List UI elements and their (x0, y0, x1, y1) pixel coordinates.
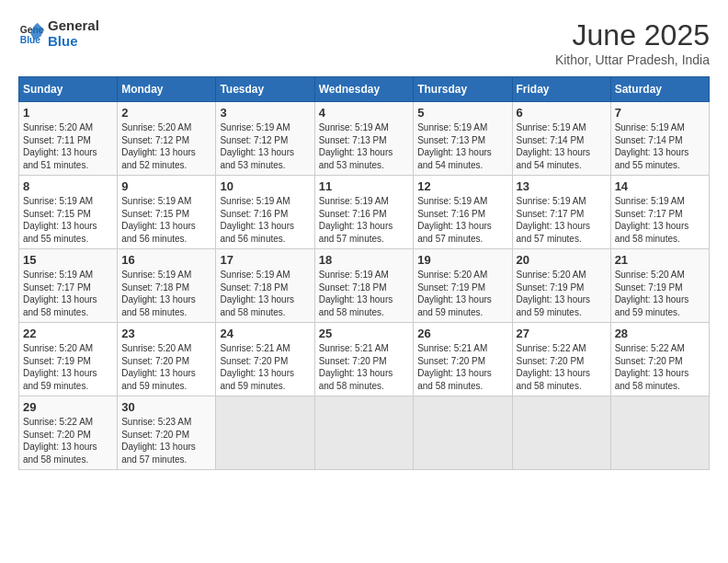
table-row: 28Sunrise: 5:22 AM Sunset: 7:20 PM Dayli… (610, 323, 709, 396)
day-info: Sunrise: 5:19 AM Sunset: 7:16 PM Dayligh… (319, 195, 410, 245)
day-number: 24 (220, 327, 310, 340)
table-row: 3Sunrise: 5:19 AM Sunset: 7:12 PM Daylig… (216, 102, 314, 176)
calendar-table: Sunday Monday Tuesday Wednesday Thursday… (18, 76, 710, 470)
table-row (216, 396, 314, 470)
logo-icon: General Blue (18, 21, 44, 47)
day-number: 15 (23, 253, 113, 267)
day-number: 3 (220, 106, 310, 120)
day-info: Sunrise: 5:19 AM Sunset: 7:13 PM Dayligh… (417, 121, 507, 171)
table-row: 10Sunrise: 5:19 AM Sunset: 7:16 PM Dayli… (216, 176, 314, 249)
calendar-week-row: 15Sunrise: 5:19 AM Sunset: 7:17 PM Dayli… (19, 249, 710, 323)
table-row: 13Sunrise: 5:19 AM Sunset: 7:17 PM Dayli… (512, 176, 610, 249)
day-info: Sunrise: 5:19 AM Sunset: 7:15 PM Dayligh… (23, 195, 113, 245)
logo-text: General Blue (48, 18, 99, 49)
day-number: 7 (615, 106, 705, 120)
day-info: Sunrise: 5:19 AM Sunset: 7:15 PM Dayligh… (121, 195, 211, 245)
day-number: 26 (417, 327, 507, 340)
table-row: 4Sunrise: 5:19 AM Sunset: 7:13 PM Daylig… (314, 102, 414, 176)
col-thursday: Thursday (414, 77, 512, 102)
table-row: 25Sunrise: 5:21 AM Sunset: 7:20 PM Dayli… (314, 323, 414, 396)
day-number: 19 (417, 253, 507, 267)
day-info: Sunrise: 5:19 AM Sunset: 7:14 PM Dayligh… (517, 121, 607, 171)
day-info: Sunrise: 5:20 AM Sunset: 7:12 PM Dayligh… (121, 121, 211, 171)
day-info: Sunrise: 5:22 AM Sunset: 7:20 PM Dayligh… (615, 342, 705, 392)
day-info: Sunrise: 5:19 AM Sunset: 7:12 PM Dayligh… (220, 121, 310, 171)
day-number: 11 (319, 179, 410, 193)
table-row: 7Sunrise: 5:19 AM Sunset: 7:14 PM Daylig… (610, 102, 709, 176)
day-number: 21 (615, 253, 705, 267)
day-info: Sunrise: 5:19 AM Sunset: 7:16 PM Dayligh… (220, 195, 310, 245)
title-area: June 2025 Kithor, Uttar Pradesh, India (555, 18, 710, 67)
table-row: 24Sunrise: 5:21 AM Sunset: 7:20 PM Dayli… (216, 323, 314, 396)
day-info: Sunrise: 5:20 AM Sunset: 7:20 PM Dayligh… (121, 342, 211, 392)
table-row: 8Sunrise: 5:19 AM Sunset: 7:15 PM Daylig… (19, 176, 118, 249)
day-info: Sunrise: 5:19 AM Sunset: 7:16 PM Dayligh… (417, 195, 507, 245)
day-number: 6 (517, 106, 607, 120)
day-info: Sunrise: 5:20 AM Sunset: 7:19 PM Dayligh… (23, 342, 113, 392)
day-info: Sunrise: 5:19 AM Sunset: 7:13 PM Dayligh… (319, 121, 410, 171)
day-info: Sunrise: 5:19 AM Sunset: 7:18 PM Dayligh… (121, 269, 211, 318)
day-number: 14 (615, 179, 705, 193)
table-row: 20Sunrise: 5:20 AM Sunset: 7:19 PM Dayli… (512, 249, 610, 323)
table-row: 27Sunrise: 5:22 AM Sunset: 7:20 PM Dayli… (512, 323, 610, 396)
table-row: 29Sunrise: 5:22 AM Sunset: 7:20 PM Dayli… (19, 396, 118, 470)
day-number: 18 (319, 253, 410, 267)
subtitle: Kithor, Uttar Pradesh, India (555, 52, 710, 67)
day-info: Sunrise: 5:19 AM Sunset: 7:18 PM Dayligh… (319, 269, 410, 318)
day-number: 25 (319, 327, 410, 340)
table-row (414, 396, 512, 470)
table-row: 21Sunrise: 5:20 AM Sunset: 7:19 PM Dayli… (610, 249, 709, 323)
table-row (512, 396, 610, 470)
day-number: 5 (417, 106, 507, 120)
day-info: Sunrise: 5:20 AM Sunset: 7:11 PM Dayligh… (23, 121, 113, 171)
day-number: 13 (517, 179, 607, 193)
calendar-header-row: Sunday Monday Tuesday Wednesday Thursday… (19, 77, 710, 102)
table-row: 30Sunrise: 5:23 AM Sunset: 7:20 PM Dayli… (118, 396, 216, 470)
day-number: 8 (23, 179, 113, 193)
day-info: Sunrise: 5:20 AM Sunset: 7:19 PM Dayligh… (417, 269, 507, 318)
day-number: 16 (121, 253, 211, 267)
table-row: 11Sunrise: 5:19 AM Sunset: 7:16 PM Dayli… (314, 176, 414, 249)
table-row: 5Sunrise: 5:19 AM Sunset: 7:13 PM Daylig… (414, 102, 512, 176)
table-row: 9Sunrise: 5:19 AM Sunset: 7:15 PM Daylig… (118, 176, 216, 249)
day-info: Sunrise: 5:22 AM Sunset: 7:20 PM Dayligh… (23, 416, 113, 465)
day-number: 30 (121, 400, 211, 414)
day-info: Sunrise: 5:19 AM Sunset: 7:18 PM Dayligh… (220, 269, 310, 318)
table-row (610, 396, 709, 470)
table-row: 12Sunrise: 5:19 AM Sunset: 7:16 PM Dayli… (414, 176, 512, 249)
table-row: 2Sunrise: 5:20 AM Sunset: 7:12 PM Daylig… (118, 102, 216, 176)
header: General Blue General Blue June 2025 Kith… (18, 18, 710, 67)
table-row: 19Sunrise: 5:20 AM Sunset: 7:19 PM Dayli… (414, 249, 512, 323)
day-number: 9 (121, 179, 211, 193)
table-row: 6Sunrise: 5:19 AM Sunset: 7:14 PM Daylig… (512, 102, 610, 176)
calendar-week-row: 29Sunrise: 5:22 AM Sunset: 7:20 PM Dayli… (19, 396, 710, 470)
col-wednesday: Wednesday (314, 77, 414, 102)
day-info: Sunrise: 5:22 AM Sunset: 7:20 PM Dayligh… (517, 342, 607, 392)
col-friday: Friday (512, 77, 610, 102)
day-number: 1 (23, 106, 113, 120)
table-row: 23Sunrise: 5:20 AM Sunset: 7:20 PM Dayli… (118, 323, 216, 396)
day-info: Sunrise: 5:19 AM Sunset: 7:14 PM Dayligh… (615, 121, 705, 171)
day-info: Sunrise: 5:21 AM Sunset: 7:20 PM Dayligh… (417, 342, 507, 392)
table-row: 26Sunrise: 5:21 AM Sunset: 7:20 PM Dayli… (414, 323, 512, 396)
calendar-week-row: 22Sunrise: 5:20 AM Sunset: 7:19 PM Dayli… (19, 323, 710, 396)
day-number: 22 (23, 327, 113, 340)
day-number: 29 (23, 400, 113, 414)
day-number: 17 (220, 253, 310, 267)
day-number: 27 (517, 327, 607, 340)
table-row: 18Sunrise: 5:19 AM Sunset: 7:18 PM Dayli… (314, 249, 414, 323)
col-saturday: Saturday (610, 77, 709, 102)
calendar-week-row: 1Sunrise: 5:20 AM Sunset: 7:11 PM Daylig… (19, 102, 710, 176)
logo-general: General (48, 17, 99, 33)
day-number: 4 (319, 106, 410, 120)
table-row (314, 396, 414, 470)
month-title: June 2025 (555, 18, 710, 52)
day-info: Sunrise: 5:21 AM Sunset: 7:20 PM Dayligh… (220, 342, 310, 392)
day-info: Sunrise: 5:21 AM Sunset: 7:20 PM Dayligh… (319, 342, 410, 392)
day-info: Sunrise: 5:19 AM Sunset: 7:17 PM Dayligh… (615, 195, 705, 245)
table-row: 14Sunrise: 5:19 AM Sunset: 7:17 PM Dayli… (610, 176, 709, 249)
logo: General Blue General Blue (18, 18, 99, 49)
day-number: 10 (220, 179, 310, 193)
day-number: 20 (517, 253, 607, 267)
table-row: 1Sunrise: 5:20 AM Sunset: 7:11 PM Daylig… (19, 102, 118, 176)
